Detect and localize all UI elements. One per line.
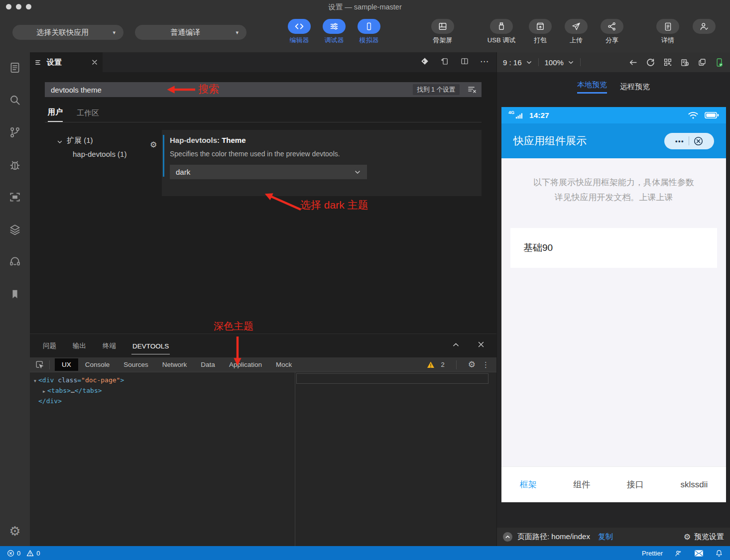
warnings-icon <box>26 550 34 557</box>
phone-tab-interface[interactable]: 接口 <box>627 479 644 490</box>
theme-select[interactable]: dark <box>170 165 367 179</box>
devtools-content: ▼<div class="doc-page"> ▶<tabs>…</tabs> … <box>30 372 496 547</box>
support-headset-icon[interactable] <box>0 252 30 272</box>
clear-filters-icon[interactable] <box>467 85 477 94</box>
styles-filter-box[interactable] <box>296 373 488 384</box>
tab-remote-preview[interactable]: 远程预览 <box>620 82 650 92</box>
tree-expanded-icon[interactable]: ▼ <box>32 376 38 386</box>
panel-tab-terminal[interactable]: 终端 <box>102 339 117 352</box>
phone-tab-components[interactable]: 组件 <box>573 479 590 490</box>
chevron-down-icon[interactable] <box>57 139 63 145</box>
setting-gear-icon[interactable]: ⚙ <box>150 141 157 149</box>
open-settings-json-icon[interactable] <box>440 57 449 66</box>
more-actions-icon[interactable]: ⋯ <box>480 57 488 66</box>
details-button[interactable]: 详情 <box>650 19 685 45</box>
formatter-name[interactable]: Prettier <box>642 550 663 557</box>
explorer-icon[interactable] <box>0 58 30 78</box>
collapse-footer-icon[interactable] <box>503 532 512 542</box>
select-quickapp-dropdown[interactable]: 选择关联快应用 ▾ <box>12 25 123 40</box>
maximize-panel-icon[interactable] <box>452 341 460 348</box>
usb-debug-button[interactable]: USB 调试 <box>484 19 519 45</box>
device-connected-icon[interactable] <box>715 58 724 67</box>
capsule-close-icon[interactable] <box>694 136 703 146</box>
debugger-view-button[interactable]: 调试器 <box>317 19 352 45</box>
close-tab-icon[interactable] <box>92 59 98 65</box>
mail-icon[interactable] <box>694 550 704 557</box>
share-button[interactable]: 分享 <box>595 19 629 45</box>
dom-line-2[interactable]: ▶<tabs>…</tabs> <box>32 386 295 396</box>
format-diamond-icon[interactable] <box>420 57 429 66</box>
simulator-view-button[interactable]: 模拟器 <box>352 19 386 45</box>
dom-line-3[interactable]: </div> <box>32 396 295 406</box>
battery-icon <box>705 112 719 119</box>
tree-collapsed-icon[interactable]: ▶ <box>41 387 47 396</box>
bookmark-icon[interactable] <box>0 284 30 304</box>
chevron-down-icon[interactable] <box>526 59 532 66</box>
devtools-tab-ux[interactable]: UX <box>55 358 78 371</box>
phone-tab-framework[interactable]: 框架 <box>520 479 537 490</box>
aspect-ratio-value[interactable]: 9 : 16 <box>503 58 522 67</box>
devtools-tab-data[interactable]: Data <box>194 358 222 371</box>
editor-view-button[interactable]: 编辑器 <box>282 19 317 45</box>
capsule-menu-icon[interactable]: ••• <box>675 137 684 145</box>
devtools-tab-application[interactable]: Application <box>222 358 269 371</box>
phone-tab-sklssdii[interactable]: sklssdii <box>680 480 708 490</box>
devtools-settings-gear-icon[interactable]: ⚙ <box>468 360 476 369</box>
tab-local-preview[interactable]: 本地预览 <box>577 80 607 94</box>
compile-mode-dropdown[interactable]: 普通编译 ▾ <box>135 25 246 40</box>
panel-tab-problems[interactable]: 问题 <box>42 339 57 352</box>
layers-icon[interactable] <box>0 220 30 239</box>
back-arrow-icon[interactable] <box>628 58 638 67</box>
feedback-icon[interactable] <box>674 549 683 558</box>
toc-group-extensions[interactable]: 扩展 (1) <box>67 136 93 145</box>
problems-summary[interactable]: 0 0 <box>7 550 43 557</box>
devtools-tab-network[interactable]: Network <box>155 358 194 371</box>
inspect-element-icon[interactable] <box>35 360 44 369</box>
share-icon <box>607 21 617 31</box>
preview-footer: 页面路径: home/index 复制 ⚙ 预览设置 <box>497 528 730 546</box>
account-button[interactable] <box>687 19 722 34</box>
refresh-icon[interactable] <box>646 58 655 67</box>
settings-gear-icon[interactable]: ⚙ <box>0 521 30 541</box>
skeleton-label: 骨架屏 <box>433 36 453 45</box>
qr-code-icon[interactable] <box>663 58 672 67</box>
debugger-view-label: 调试器 <box>325 36 344 45</box>
settings-search-box: 找到 1 个设置 <box>45 82 482 97</box>
devtools-toolbar: UX Console Sources Network Data Applicat… <box>30 357 496 372</box>
devtools-tab-mock[interactable]: Mock <box>269 358 299 371</box>
search-icon[interactable] <box>0 90 30 110</box>
editor-actions: ⋯ <box>420 57 488 66</box>
copy-path-link[interactable]: 复制 <box>598 532 613 542</box>
panel-controls <box>452 341 485 348</box>
skeleton-screen-button[interactable]: 骨架屏 <box>425 19 460 45</box>
package-button[interactable]: 打包 <box>523 19 558 45</box>
chevron-down-icon[interactable] <box>568 59 574 66</box>
close-panel-icon[interactable] <box>478 341 485 348</box>
debug-icon[interactable] <box>0 155 30 175</box>
compile-mode-label: 普通编译 <box>135 28 236 37</box>
devtools-menu-icon[interactable]: ⋮ <box>482 361 489 368</box>
preview-settings-button[interactable]: ⚙ 预览设置 <box>684 532 724 542</box>
warning-triangle-icon[interactable] <box>427 361 435 369</box>
panel-tab-devtools[interactable]: DEVTOOLS <box>131 340 170 354</box>
phone-page-body: 以下将展示快应用框架能力，具体属性参数 详见快应用开发文档。上课上课 基础90 <box>501 158 726 466</box>
tab-settings[interactable]: 设置 <box>30 52 103 72</box>
copy-window-icon[interactable] <box>698 58 707 67</box>
devtools-tab-console[interactable]: Console <box>78 358 117 371</box>
split-editor-icon[interactable] <box>460 57 469 66</box>
dom-line-1[interactable]: ▼<div class="doc-page"> <box>32 375 295 386</box>
intro-line-1: 以下将展示快应用框架能力，具体属性参数 <box>501 175 726 190</box>
zoom-level-value[interactable]: 100% <box>545 58 564 67</box>
panel-tab-output[interactable]: 输出 <box>72 339 87 352</box>
source-control-icon[interactable] <box>0 122 30 142</box>
history-icon[interactable] <box>680 58 690 67</box>
preview-frame-icon[interactable] <box>0 187 30 207</box>
basic-card[interactable]: 基础90 <box>510 228 717 268</box>
upload-button[interactable]: 上传 <box>559 19 594 45</box>
user-check-icon <box>699 21 709 31</box>
toc-item-hap-devtools[interactable]: hap-devtools (1) <box>73 150 126 158</box>
devtools-tab-sources[interactable]: Sources <box>117 358 155 371</box>
scope-tab-user[interactable]: 用户 <box>48 108 63 122</box>
bell-icon[interactable] <box>715 549 723 558</box>
scope-tab-workspace[interactable]: 工作区 <box>77 109 99 122</box>
